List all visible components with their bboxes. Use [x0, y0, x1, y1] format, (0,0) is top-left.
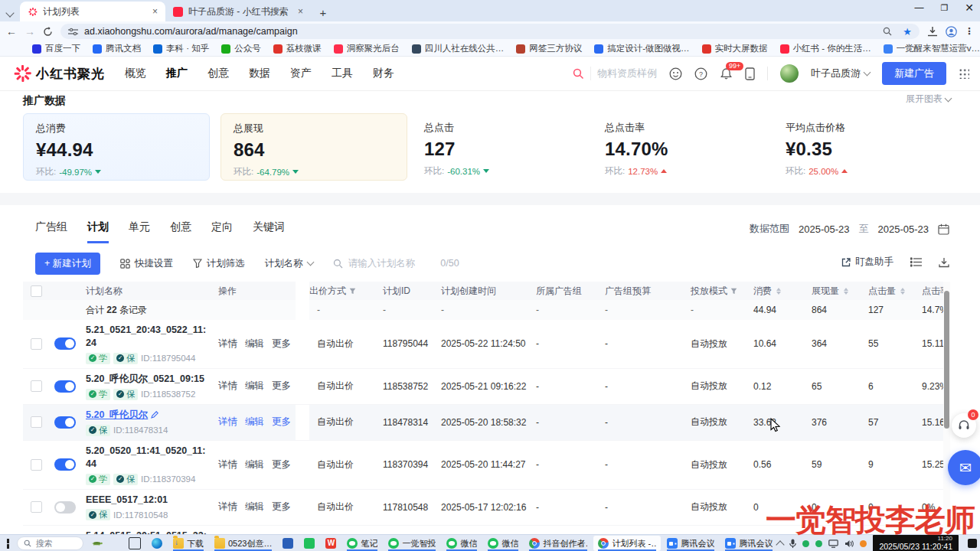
nav-item-财务[interactable]: 财务	[373, 67, 394, 80]
row-action-编辑[interactable]: 编辑	[245, 500, 264, 514]
date-range[interactable]: 数据范围 2025-05-23 至 2025-05-23	[750, 222, 949, 236]
tab-close-icon[interactable]: ×	[152, 6, 158, 17]
bookmark-item[interactable]: 公众号	[221, 43, 261, 54]
back-icon[interactable]: ←	[6, 25, 17, 37]
new-tab-button[interactable]: +	[314, 3, 332, 21]
scrollbar-thumb[interactable]	[944, 291, 949, 429]
sort-icon[interactable]	[844, 288, 848, 295]
mobile-preview-icon[interactable]	[745, 67, 755, 80]
row-action-编辑[interactable]: 编辑	[245, 380, 264, 393]
tab-计划[interactable]: 计划	[87, 220, 109, 243]
tab-广告组[interactable]: 广告组	[35, 220, 67, 243]
row-action-编辑[interactable]: 编辑	[245, 337, 264, 350]
edit-pencil-icon[interactable]	[151, 411, 158, 419]
feedback-smiley-icon[interactable]	[669, 67, 682, 80]
taskbar-item[interactable]	[278, 536, 298, 551]
plan-name[interactable]: 5.21_0521_20:43_0522_11:24	[86, 324, 207, 350]
plan-status-toggle[interactable]	[54, 458, 76, 471]
help-icon[interactable]: ?	[694, 67, 707, 80]
bookmark-star-icon[interactable]: ★	[903, 26, 912, 37]
profile-icon[interactable]	[946, 26, 957, 37]
row-action-更多[interactable]: 更多	[272, 458, 291, 471]
tab-关键词[interactable]: 关键词	[253, 220, 285, 243]
taskbar-item[interactable]	[147, 536, 167, 551]
forward-icon[interactable]: →	[24, 25, 35, 37]
browser-tab[interactable]: 叶子品质游 - 小红书搜索 ×	[165, 2, 311, 21]
row-action-更多[interactable]: 更多	[272, 416, 291, 429]
plan-status-toggle[interactable]	[54, 416, 76, 429]
row-checkbox[interactable]	[31, 459, 42, 471]
bookmark-item[interactable]: 李科 · 知乎	[153, 43, 209, 54]
bookmark-item[interactable]: 网签三方协议	[516, 43, 582, 54]
nav-item-概览[interactable]: 概览	[125, 67, 146, 80]
download-icon[interactable]	[939, 257, 949, 268]
taskbar-item-0523创意…[interactable]: 0523创意…	[210, 536, 276, 551]
row-action-详情[interactable]: 详情	[218, 500, 237, 514]
app-logo[interactable]: 小红书聚光	[14, 65, 105, 83]
notifications-bell-icon[interactable]: 99+	[720, 67, 733, 80]
vertical-scrollbar[interactable]	[943, 282, 950, 534]
row-checkbox[interactable]	[31, 338, 42, 350]
customer-service-button[interactable]: 0	[952, 413, 976, 438]
tab-定向[interactable]: 定向	[211, 220, 233, 243]
new-plan-button[interactable]: + 新建计划	[35, 253, 100, 275]
plan-status-toggle[interactable]	[54, 501, 76, 514]
date-end[interactable]: 2025-05-23	[878, 223, 929, 235]
taskbar-item-抖音创作者…[interactable]: 抖音创作者…	[524, 536, 592, 551]
bookmark-item[interactable]: 百度一下	[32, 43, 80, 54]
tab-search-icon[interactable]	[0, 6, 20, 21]
select-all-checkbox[interactable]	[31, 285, 42, 297]
apps-launcher-icon[interactable]	[959, 68, 969, 79]
plan-status-toggle[interactable]	[54, 337, 76, 350]
row-action-编辑[interactable]: 编辑	[245, 416, 264, 429]
plan-filter-button[interactable]: 计划筛选	[193, 257, 245, 270]
address-bar[interactable]: ad.xiaohongshu.com/aurora/ad/manage/camp…	[60, 24, 920, 39]
nav-item-推广[interactable]: 推广	[166, 67, 188, 80]
plan-name[interactable]: EEEE_0517_12:01	[86, 494, 207, 507]
minimize-button[interactable]: —	[914, 2, 923, 13]
column-settings-icon[interactable]	[910, 257, 922, 267]
bookmark-item[interactable]: 荔枝微课	[273, 43, 322, 54]
zoom-icon[interactable]	[883, 27, 892, 36]
row-checkbox[interactable]	[31, 416, 42, 428]
taskbar-item-微信[interactable]: 微信	[483, 536, 523, 551]
bookmark-item[interactable]: 一觉醒来智慧运营v…	[884, 43, 980, 54]
row-checkbox[interactable]	[31, 501, 42, 513]
plan-search-input[interactable]: 请输入计划名称 0/50	[333, 257, 459, 270]
bookmark-item[interactable]: 实时大屏数据	[702, 43, 768, 54]
account-switcher[interactable]: 叶子品质游	[811, 67, 870, 80]
taskbar-item[interactable]	[124, 536, 145, 551]
taskbar-item-腾讯会议[interactable]: 腾讯会议	[662, 536, 719, 551]
sort-icon[interactable]	[900, 288, 905, 295]
reload-icon[interactable]	[43, 27, 53, 37]
bookmark-item[interactable]: 四川人社在线公共…	[412, 43, 505, 54]
row-action-详情[interactable]: 详情	[218, 458, 237, 471]
message-button[interactable]: ✉	[948, 450, 980, 485]
site-settings-icon[interactable]	[68, 28, 78, 36]
filter-icon[interactable]	[349, 288, 356, 295]
plan-name[interactable]: 5.20_呼伦贝尔_0521_09:15	[86, 373, 207, 386]
taskbar-item-笔记[interactable]: 笔记	[342, 536, 382, 551]
bookmark-item[interactable]: 腾讯文档	[93, 43, 141, 54]
windows-start-icon[interactable]	[7, 539, 9, 549]
expand-chart-toggle[interactable]: 展开图表	[906, 93, 951, 106]
taskbar-item-一觉智投[interactable]: 一觉智投	[384, 536, 440, 551]
tab-创意[interactable]: 创意	[170, 220, 191, 243]
close-button[interactable]: ✕	[965, 2, 974, 14]
quick-settings-button[interactable]: 快捷设置	[120, 257, 173, 270]
nav-item-工具[interactable]: 工具	[332, 67, 353, 80]
nav-item-数据[interactable]: 数据	[249, 67, 270, 80]
taskbar-item[interactable]	[299, 536, 319, 551]
row-checkbox[interactable]	[31, 380, 42, 392]
calendar-icon[interactable]	[938, 223, 949, 235]
maximize-button[interactable]: ❐	[940, 3, 948, 13]
plan-name[interactable]: 5.20_0520_11:41_0520_11:44	[86, 445, 207, 471]
nav-item-资产[interactable]: 资产	[290, 67, 312, 80]
taskbar-item-计划列表 -…[interactable]: 计划列表 -…	[593, 536, 661, 551]
tab-close-icon[interactable]: ×	[298, 6, 303, 17]
nav-item-创意[interactable]: 创意	[207, 67, 229, 80]
header-search[interactable]: 物料资质样例	[573, 67, 657, 80]
downloads-icon[interactable]	[927, 27, 938, 37]
taskbar-item[interactable]: W	[321, 536, 341, 551]
row-action-详情[interactable]: 详情	[218, 380, 237, 393]
